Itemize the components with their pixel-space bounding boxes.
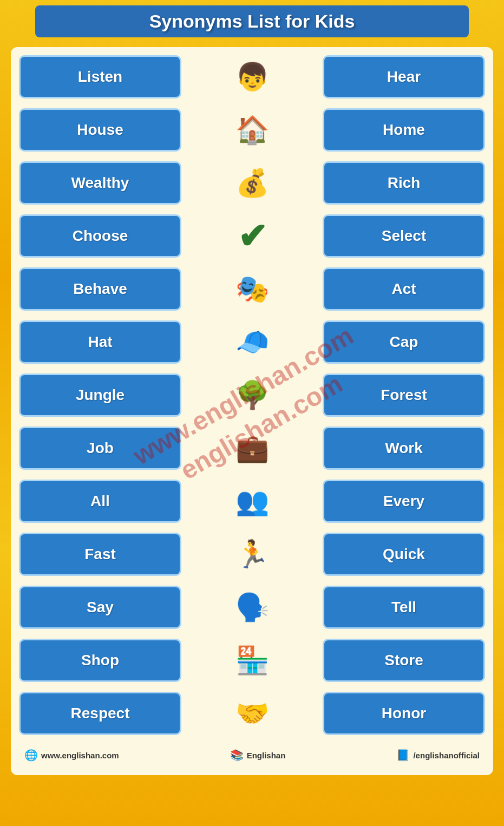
- synonym-row: Behave🎭Act: [19, 265, 485, 313]
- word-left-9[interactable]: Fast: [19, 533, 181, 576]
- shop-icon: 🏪: [217, 636, 287, 685]
- word-left-4[interactable]: Behave: [19, 267, 181, 311]
- word-left-3[interactable]: Choose: [19, 214, 181, 258]
- title-bar: Synonyms List for Kids: [35, 5, 469, 37]
- footer: 🌐 www.englishan.com 📚 Englishan 📘 /engli…: [19, 746, 485, 764]
- word-right-2[interactable]: Rich: [323, 161, 485, 205]
- word-right-12[interactable]: Honor: [323, 692, 485, 735]
- brand-icon: 📚: [230, 749, 244, 762]
- running-icon: 🏃: [217, 530, 287, 579]
- jungle-icon: 🌳: [217, 371, 287, 419]
- synonym-row: Say🗣️Tell: [19, 583, 485, 632]
- content-area: www.englishan.comenglishan.com Listen👦He…: [11, 47, 493, 775]
- word-right-10[interactable]: Tell: [323, 586, 485, 629]
- respect-icon: 🤝: [217, 689, 287, 738]
- word-right-11[interactable]: Store: [323, 639, 485, 682]
- word-right-7[interactable]: Work: [323, 427, 485, 470]
- word-right-4[interactable]: Act: [323, 267, 485, 311]
- word-left-1[interactable]: House: [19, 108, 181, 152]
- footer-website: 🌐 www.englishan.com: [24, 749, 119, 762]
- word-right-5[interactable]: Cap: [323, 320, 485, 364]
- synonym-row: Hat🧢Cap: [19, 318, 485, 366]
- group-icon: 👥: [217, 477, 287, 526]
- facebook-icon: 📘: [396, 749, 410, 762]
- word-left-12[interactable]: Respect: [19, 692, 181, 735]
- page-title: Synonyms List for Kids: [51, 11, 453, 32]
- synonym-row: Wealthy💰Rich: [19, 159, 485, 207]
- synonym-row: House🏠Home: [19, 106, 485, 154]
- money-bag-icon: 💰: [217, 159, 287, 207]
- mask-icon: 🎭: [217, 265, 287, 313]
- word-right-9[interactable]: Quick: [323, 533, 485, 576]
- word-left-5[interactable]: Hat: [19, 320, 181, 364]
- word-right-1[interactable]: Home: [323, 108, 485, 152]
- footer-brand: 📚 Englishan: [230, 749, 286, 762]
- globe-icon: 🌐: [24, 749, 38, 762]
- word-left-8[interactable]: All: [19, 480, 181, 523]
- synonym-row: Job💼Work: [19, 424, 485, 473]
- word-right-3[interactable]: Select: [323, 214, 485, 258]
- word-left-6[interactable]: Jungle: [19, 373, 181, 417]
- house-icon: 🏠: [217, 106, 287, 154]
- word-left-2[interactable]: Wealthy: [19, 161, 181, 205]
- speak-icon: 🗣️: [217, 583, 287, 632]
- word-left-0[interactable]: Listen: [19, 55, 181, 99]
- synonym-row: Respect🤝Honor: [19, 689, 485, 738]
- checkmark-icon: ✔: [217, 212, 287, 260]
- word-right-8[interactable]: Every: [323, 480, 485, 523]
- synonym-row: All👥Every: [19, 477, 485, 526]
- work-icon: 💼: [217, 424, 287, 473]
- word-left-10[interactable]: Say: [19, 586, 181, 629]
- word-left-11[interactable]: Shop: [19, 639, 181, 682]
- cap-icon: 🧢: [217, 318, 287, 366]
- footer-social: 📘 /englishanofficial: [396, 749, 480, 762]
- synonym-row: Choose✔Select: [19, 212, 485, 260]
- synonym-row: Fast🏃Quick: [19, 530, 485, 579]
- word-right-6[interactable]: Forest: [323, 373, 485, 417]
- boy-icon: 👦: [217, 53, 287, 101]
- synonym-row: Jungle🌳Forest: [19, 371, 485, 419]
- synonym-row: Shop🏪Store: [19, 636, 485, 685]
- word-right-0[interactable]: Hear: [323, 55, 485, 99]
- word-left-7[interactable]: Job: [19, 427, 181, 470]
- synonym-row: Listen👦Hear: [19, 53, 485, 101]
